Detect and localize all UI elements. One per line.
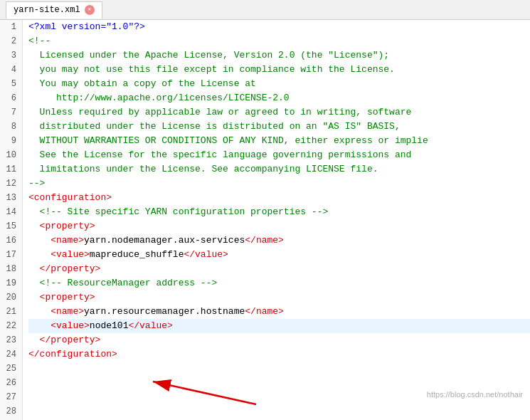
code-line: limitations under the License. See accom… — [28, 162, 530, 177]
code-line: See the License for the specific languag… — [28, 148, 530, 162]
code-line: <value>mapreduce_shuffle</value> — [28, 248, 530, 262]
line-number: 3 — [6, 48, 16, 63]
line-number: 28 — [6, 404, 16, 419]
code-line: You may obtain a copy of the License at — [28, 77, 530, 91]
code-line: <!-- Site specific YARN configuration pr… — [28, 205, 530, 219]
code-line: distributed under the License is distrib… — [28, 120, 530, 134]
line-number: 2 — [6, 34, 16, 48]
line-number: 1 — [6, 20, 16, 34]
line-number: 7 — [6, 105, 16, 120]
line-number: 18 — [6, 262, 16, 276]
code-line: </property> — [28, 333, 530, 347]
code-line: Licensed under the Apache License, Versi… — [28, 48, 530, 63]
line-number: 13 — [6, 191, 16, 205]
code-line: WITHOUT WARRANTIES OR CONDITIONS OF ANY … — [28, 134, 530, 148]
line-number: 10 — [6, 148, 16, 162]
line-number: 16 — [6, 233, 16, 248]
code-line: Unless required by applicable law or agr… — [28, 105, 530, 120]
line-number: 8 — [6, 120, 16, 134]
line-number: 6 — [6, 91, 16, 105]
file-tab[interactable]: yarn-site.xml × — [6, 1, 102, 19]
editor-area: 1234567891011121314151617181920212223242… — [0, 20, 530, 420]
tab-close-icon[interactable]: × — [85, 5, 95, 15]
code-line: </property> — [28, 262, 530, 276]
line-number: 26 — [6, 376, 16, 390]
line-number: 15 — [6, 219, 16, 233]
code-line: <!-- ResourceManager address --> — [28, 276, 530, 290]
line-number: 5 — [6, 77, 16, 91]
code-line: <!-- — [28, 34, 530, 48]
line-number: 19 — [6, 276, 16, 290]
code-line: </configuration> — [28, 347, 530, 362]
line-number: 9 — [6, 134, 16, 148]
tab-label: yarn-site.xml — [14, 5, 80, 15]
line-number: 14 — [6, 205, 16, 219]
line-number: 12 — [6, 177, 16, 191]
line-number: 23 — [6, 333, 16, 347]
code-line: <name>yarn.resourcemanager.hostname</nam… — [28, 305, 530, 319]
code-line: <name>yarn.nodemanager.aux-services</nam… — [28, 233, 530, 248]
line-number: 25 — [6, 362, 16, 376]
code-line: <?xml version="1.0"?> — [28, 20, 530, 34]
code-line: http://www.apache.org/licenses/LICENSE-2… — [28, 91, 530, 105]
title-bar: yarn-site.xml × — [0, 0, 530, 20]
code-container: 1234567891011121314151617181920212223242… — [0, 20, 530, 420]
line-number: 24 — [6, 347, 16, 362]
line-number: 22 — [6, 319, 16, 333]
line-numbers: 1234567891011121314151617181920212223242… — [0, 20, 23, 420]
code-line: <property> — [28, 219, 530, 233]
code-line: <property> — [28, 290, 530, 305]
code-line: <value>node101</value> — [28, 319, 530, 333]
line-number: 21 — [6, 305, 16, 319]
code-line: <configuration> — [28, 191, 530, 205]
code-line: --> — [28, 177, 530, 191]
code-line: you may not use this file except in comp… — [28, 63, 530, 77]
line-number: 17 — [6, 248, 16, 262]
line-number: 27 — [6, 390, 16, 404]
code-content[interactable]: <?xml version="1.0"?><!-- Licensed under… — [23, 20, 530, 420]
line-number: 4 — [6, 63, 16, 77]
line-number: 11 — [6, 162, 16, 177]
line-number: 20 — [6, 290, 16, 305]
